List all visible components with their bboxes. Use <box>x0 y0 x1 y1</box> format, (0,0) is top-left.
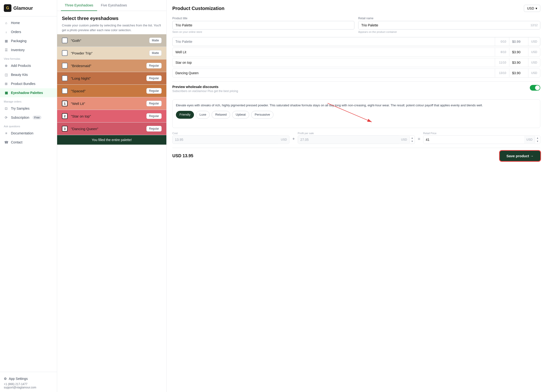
tab-five-eyeshadows[interactable]: Five Eyeshadows <box>97 0 131 11</box>
pricing-currency-0: USD <box>528 38 540 46</box>
shade-checkbox-goth[interactable] <box>62 38 68 43</box>
tab-three-eyeshadows[interactable]: Three Eyeshadows <box>61 0 97 11</box>
retail-price-input-field: USD ▲ ▼ <box>423 135 540 144</box>
cost-input-field: USD <box>172 135 289 144</box>
eyeshadow-list: Select three eyeshadows Create your cust… <box>57 11 166 392</box>
description-box[interactable]: Elevate eyes with streaks of rich, highl… <box>172 99 540 128</box>
shade-name-goth: "Goth" <box>71 39 149 43</box>
retail-name-input[interactable] <box>358 21 528 29</box>
contact-icon: ☎ <box>4 140 9 145</box>
shade-star-on-top[interactable]: 2 "Star on top" Regular <box>57 110 166 122</box>
sidebar-item-beauty-kits[interactable]: ◫ Beauty Kits <box>0 70 57 79</box>
cost-row: Cost USD + Profit per sale USD ▲ ▼ = Ret… <box>172 132 540 144</box>
footer-email: support@viaglamour.com <box>4 386 53 389</box>
pricing-count-0: 0/10 <box>495 38 509 46</box>
logo-text: Glamour <box>13 6 33 11</box>
currency-value: USD <box>527 6 534 10</box>
sidebar-item-contact[interactable]: ☎ Contact <box>0 138 57 147</box>
retail-price-group: Retail Price USD ▲ ▼ <box>423 132 540 144</box>
pricing-currency-2: USD <box>528 58 540 67</box>
pricing-row-2: Star on top 11/10 $3.90 USD <box>172 58 540 67</box>
shade-checkbox-bridesmaid[interactable] <box>62 63 68 69</box>
shade-dancing-queen[interactable]: 3 "Dancing Queen" Regular <box>57 122 166 135</box>
shade-goth[interactable]: "Goth" Matte <box>57 34 166 47</box>
shade-checkbox-spaced[interactable] <box>62 88 68 94</box>
discount-toggle[interactable] <box>530 85 540 91</box>
profit-up-arrow[interactable]: ▲ <box>410 136 414 140</box>
sidebar-item-try-samples[interactable]: ⊡ Try Samples <box>0 104 57 113</box>
settings-icon: ⚙ <box>4 377 7 381</box>
sidebar-item-orders[interactable]: ↓ Orders <box>0 27 57 36</box>
list-title: Select three eyeshadows <box>62 16 162 21</box>
tone-tag-relaxed[interactable]: Relaxed <box>212 111 230 119</box>
logo-icon: G <box>4 4 11 12</box>
shade-type-well-lit: Regular <box>146 101 162 106</box>
sidebar-item-product-bundles[interactable]: ⊞ Product Bundles <box>0 79 57 88</box>
docs-icon: ≡ <box>4 131 9 135</box>
shade-powder-trip[interactable]: "Powder Trip" Matte <box>57 47 166 59</box>
sidebar-item-home[interactable]: ⌂ Home <box>0 18 57 27</box>
pricing-currency-1: USD <box>528 48 540 56</box>
pricing-count-1: 8/10 <box>495 48 509 56</box>
shade-bridesmaid[interactable]: "Bridesmaid" Regular <box>57 59 166 72</box>
pricing-table: Trio Palette 0/10 $0.99 USD Well Lit 8/1… <box>172 37 540 77</box>
sidebar-item-subscription[interactable]: ⟳ Subscription Free <box>0 113 57 122</box>
pricing-count-2: 11/10 <box>495 58 509 67</box>
beauty-icon: ◫ <box>4 72 9 77</box>
shade-type-dancing-queen: Regular <box>146 126 162 132</box>
currency-selector[interactable]: USD ▾ <box>524 5 540 12</box>
shade-long-night[interactable]: "Long Night" Regular <box>57 72 166 85</box>
tone-tags: Friendly Luxe Relaxed Upbeat Persuasive <box>176 111 537 119</box>
tone-tag-upbeat[interactable]: Upbeat <box>232 111 249 119</box>
shade-checkbox-long-night[interactable] <box>62 75 68 81</box>
pricing-row-0: Trio Palette 0/10 $0.99 USD <box>172 37 540 46</box>
save-product-button[interactable]: Save product → <box>500 151 540 161</box>
inventory-icon: ☰ <box>4 48 9 52</box>
pricing-count-3: 13/10 <box>495 69 509 77</box>
shade-checkbox-well-lit[interactable]: 1 <box>62 101 68 106</box>
sidebar-item-documentation[interactable]: ≡ Documentation <box>0 129 57 138</box>
retail-name-count: 12/12 <box>528 21 540 29</box>
product-title-input[interactable] <box>172 21 354 30</box>
pricing-row-3: Dancing Queen 13/10 $3.90 USD <box>172 69 540 77</box>
add-icon: ⊕ <box>4 63 9 68</box>
retail-currency: USD <box>524 136 535 143</box>
product-title-hint: Seen on your online store <box>172 31 354 33</box>
sidebar: G Glamour ⌂ Home ↓ Orders ▦ Packaging ☰ … <box>0 0 57 392</box>
shade-type-star-on-top: Regular <box>146 113 162 119</box>
shade-spaced[interactable]: "Spaced" Regular <box>57 85 166 97</box>
pricing-currency-3: USD <box>528 69 540 77</box>
profit-input[interactable] <box>298 135 399 144</box>
list-description: Create your custom palette by selecting … <box>62 23 162 32</box>
retail-down-arrow[interactable]: ▼ <box>536 140 539 143</box>
pricing-price-2: $3.90 <box>509 58 528 67</box>
retail-name-group: Retail name 12/12 Appears on the product… <box>358 17 540 33</box>
description-text: Elevate eyes with streaks of rich, highl… <box>176 103 537 108</box>
section-formulas: View formulas <box>0 54 57 61</box>
shade-well-lit[interactable]: 1 "Well Lit" Regular <box>57 97 166 110</box>
sidebar-item-inventory[interactable]: ☰ Inventory <box>0 45 57 54</box>
shade-checkbox-star-on-top[interactable]: 2 <box>62 113 68 119</box>
pricing-name-3: Dancing Queen <box>173 69 495 77</box>
sidebar-item-add-products[interactable]: ⊕ Add Products <box>0 61 57 70</box>
retail-up-arrow[interactable]: ▲ <box>536 136 539 140</box>
home-icon: ⌂ <box>4 20 9 25</box>
tone-tag-friendly[interactable]: Friendly <box>176 111 194 119</box>
pricing-name-0: Trio Palette <box>173 37 495 46</box>
tone-tag-persuasive[interactable]: Persuasive <box>251 111 273 119</box>
sidebar-item-packaging[interactable]: ▦ Packaging <box>0 36 57 45</box>
retail-spinners: ▲ ▼ <box>535 136 540 143</box>
cost-currency: USD <box>279 136 289 143</box>
profit-down-arrow[interactable]: ▼ <box>410 140 414 143</box>
plus-operator: + <box>291 136 296 144</box>
app-settings[interactable]: ⚙ App Settings <box>4 375 53 382</box>
shade-checkbox-powder-trip[interactable] <box>62 50 68 56</box>
panel-title: Product Customization <box>172 6 224 11</box>
shade-checkbox-dancing-queen[interactable]: 3 <box>62 126 68 132</box>
sidebar-item-eyeshadow-palettes[interactable]: ▦ Eyeshadow Palettes <box>0 88 57 97</box>
retail-price-input[interactable] <box>423 135 524 144</box>
cost-input[interactable] <box>173 135 279 144</box>
bottom-bar: USD 13.95 Save product → <box>172 148 540 161</box>
profit-label: Profit per sale <box>298 132 415 135</box>
tone-tag-luxe[interactable]: Luxe <box>196 111 210 119</box>
